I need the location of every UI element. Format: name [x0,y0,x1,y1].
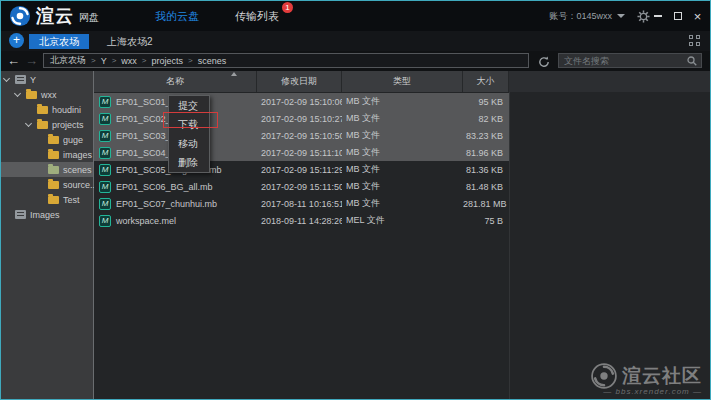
folder-icon [37,106,48,114]
folder-icon [37,121,48,129]
app-logo: 渲云 网盘 [9,5,99,27]
chevron-down-icon[interactable] [25,120,32,127]
tree-item-7[interactable]: source... [1,177,93,192]
file-size: 75 B [463,216,509,226]
minimize-button[interactable] [651,10,664,23]
file-date: 2017-02-09 15:10:06 [257,97,342,107]
file-name: workspace.mel [116,216,176,226]
refresh-icon[interactable] [538,54,550,72]
account-menu[interactable]: 账号：0145wxx [549,1,625,31]
column-header-1[interactable]: 修改日期 [257,71,342,92]
tab-my-cloud-disk[interactable]: 我的云盘 [151,7,203,26]
window-controls: × [651,1,704,31]
folder-tree: Y wxx houdini projects guge images scene… [1,71,94,399]
file-name: EP01_SC07_chunhui.mb [116,199,217,209]
folder-icon [48,181,59,189]
file-row[interactable]: EP01_SC06_BG_all.mb 2017-02-09 15:11:50 … [94,178,509,195]
tree-item-1[interactable]: wxx [1,87,93,102]
file-type: MB 文件 [342,146,463,159]
close-button[interactable]: × [691,10,704,23]
tree-item-6[interactable]: scenes [1,162,93,177]
file-date: 2018-09-11 14:28:26 [257,216,342,226]
file-row[interactable]: workspace.mel 2018-09-11 14:28:26 MEL 文件… [94,212,509,229]
context-menu-item-move[interactable]: 移动 [169,134,209,153]
titlebar-tabs: 我的云盘 传输列表 1 [151,1,283,31]
folder-icon [48,196,59,204]
tree-item-label: projects [52,120,84,130]
app-window: 渲云 网盘 我的云盘 传输列表 1 账号：0145wxx [0,0,711,400]
tree-item-label: guge [63,135,83,145]
header-filler [509,71,710,92]
download-highlight-annotation [163,112,218,128]
app-title: 渲云 [36,5,74,27]
chevron-down-icon[interactable] [14,90,21,97]
farm-tab-shanghai-farm-2[interactable]: 上海农场2 [97,34,163,49]
maya-file-icon [99,198,111,210]
maximize-button[interactable] [671,10,684,23]
breadcrumb-segment[interactable]: 北京农场 [50,54,86,67]
context-menu-item-delete[interactable]: 删除 [169,153,209,172]
file-row[interactable]: EP01_SC04_xia.m 2017-02-09 15:11:10 MB 文… [94,144,509,161]
maya-file-icon [99,164,111,176]
community-watermark: 渲云社区 — bbs.xrender.com — [591,363,702,396]
drive-icon [15,210,26,219]
tree-item-4[interactable]: guge [1,132,93,147]
file-rows: EP01_SC01_kaola 2017-02-09 15:10:06 MB 文… [94,93,509,229]
community-logo-icon [591,363,617,389]
app-subtitle: 网盘 [79,11,99,27]
tree-item-2[interactable]: houdini [1,102,93,117]
tree-item-5[interactable]: images [1,147,93,162]
grid-view-icon[interactable] [689,35,700,46]
folder-icon [48,136,59,144]
file-row[interactable]: EP01_SC02_quan 2017-02-09 15:10:27 MB 文件… [94,110,509,127]
maya-file-icon [99,215,111,227]
add-farm-button[interactable]: + [9,33,24,48]
column-header-3[interactable]: 大小 [463,71,509,92]
tree-item-label: Y [30,75,36,85]
column-header-2[interactable]: 类型 [342,71,463,92]
file-date: 2017-02-09 15:11:29 [257,165,342,175]
tree-item-label: images [63,150,92,160]
file-size: 281.81 MB [463,199,509,209]
search-input[interactable] [559,56,687,66]
file-type: MB 文件 [342,163,463,176]
breadcrumb-separator: > [112,56,117,65]
file-row[interactable]: EP01_SC03_tank 2017-02-09 15:10:50 MB 文件… [94,127,509,144]
tree-item-label: Images [30,210,60,220]
tree-item-9[interactable]: Images [1,207,93,222]
farm-tabs: 北京农场上海农场2 [29,34,163,49]
folder-icon [26,91,37,99]
xrender-logo-icon [9,5,31,27]
maya-file-icon [99,130,111,142]
search-box [558,53,702,68]
tree-item-3[interactable]: projects [1,117,93,132]
maya-file-icon [99,147,111,159]
breadcrumb-segment[interactable]: wxx [121,56,137,66]
breadcrumb[interactable]: 北京农场> Y> wxx> projects> scenes [43,53,529,68]
maya-file-icon [99,113,111,125]
file-row[interactable]: EP01_SC07_chunhui.mb 2017-08-11 10:16:51… [94,195,509,212]
back-arrow-icon[interactable]: ← [7,52,20,69]
titlebar: 渲云 网盘 我的云盘 传输列表 1 账号：0145wxx [1,1,710,31]
file-date: 2017-02-09 15:10:50 [257,131,342,141]
breadcrumb-segment[interactable]: projects [152,56,184,66]
maya-file-icon [99,96,111,108]
tree-item-label: wxx [41,90,57,100]
search-icon[interactable] [687,52,697,70]
breadcrumb-segment[interactable]: scenes [198,56,227,66]
file-type: MB 文件 [342,95,463,108]
notification-badge: 1 [282,2,293,13]
tree-item-8[interactable]: Test [1,192,93,207]
file-row[interactable]: EP01_SC05_xingzhou.mb 2017-02-09 15:11:2… [94,161,509,178]
context-menu: 提交下载移动删除 [168,95,210,173]
tab-transfer-list[interactable]: 传输列表 1 [231,7,283,26]
tree-item-0[interactable]: Y [1,72,93,87]
farm-tab-beijing-farm[interactable]: 北京农场 [29,34,89,49]
forward-arrow-icon[interactable]: → [25,52,38,69]
breadcrumb-segment[interactable]: Y [101,56,107,66]
settings-gear-icon[interactable] [637,9,650,27]
chevron-down-icon[interactable] [3,75,10,82]
file-row[interactable]: EP01_SC01_kaola 2017-02-09 15:10:06 MB 文… [94,93,509,110]
navigation-bar: ← → 北京农场> Y> wxx> projects> scenes [1,51,710,71]
file-size: 81.36 KB [463,165,509,175]
